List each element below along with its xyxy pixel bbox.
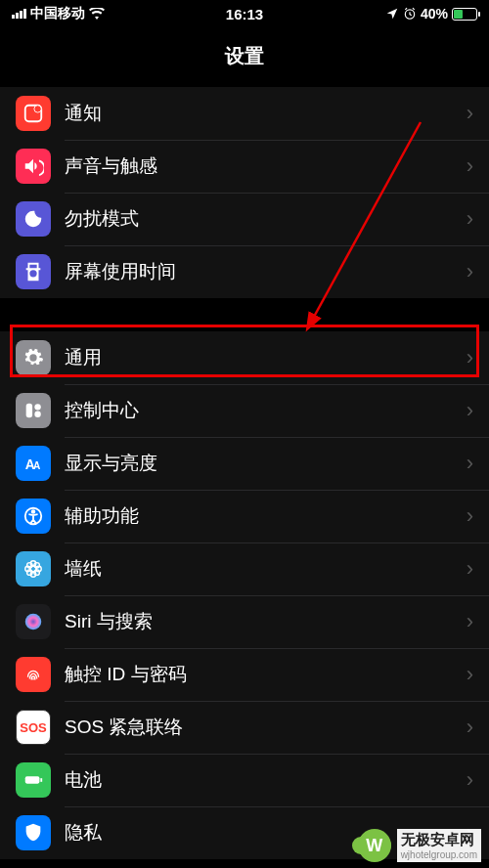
svg-text:A: A bbox=[33, 460, 41, 471]
row-label: 墙纸 bbox=[65, 556, 467, 582]
row-label: 通用 bbox=[65, 345, 467, 370]
sound-icon bbox=[16, 149, 51, 184]
watermark: W 无极安卓网 wjhotelgroup.com bbox=[358, 829, 481, 862]
row-label: SOS 紧急联络 bbox=[65, 715, 467, 740]
svg-rect-3 bbox=[26, 404, 32, 418]
row-label: 控制中心 bbox=[65, 398, 467, 423]
settings-section-2: 通用 › 控制中心 › AA 显示与亮度 › 辅助功能 › 墙纸 › Siri … bbox=[0, 331, 489, 859]
signal-icon bbox=[12, 9, 26, 19]
row-label: 通知 bbox=[65, 101, 467, 126]
battery-pct-label: 40% bbox=[421, 6, 448, 22]
carrier-label: 中国移动 bbox=[30, 5, 85, 22]
row-touchid[interactable]: 触控 ID 与密码 › bbox=[0, 648, 489, 701]
status-bar: 中国移动 16:13 40% bbox=[0, 0, 489, 27]
chevron-right-icon: › bbox=[467, 451, 473, 476]
row-siri[interactable]: Siri 与搜索 › bbox=[0, 595, 489, 648]
row-label: 电池 bbox=[65, 767, 467, 793]
notification-icon bbox=[16, 96, 51, 131]
screentime-icon bbox=[16, 254, 51, 289]
chevron-right-icon: › bbox=[467, 503, 473, 529]
page-title: 设置 bbox=[0, 27, 489, 87]
chevron-right-icon: › bbox=[467, 715, 473, 740]
svg-point-2 bbox=[34, 106, 41, 112]
row-accessibility[interactable]: 辅助功能 › bbox=[0, 490, 489, 542]
watermark-logo: W bbox=[358, 829, 391, 862]
status-right: 40% bbox=[385, 6, 477, 22]
row-label: 显示与亮度 bbox=[65, 451, 467, 476]
battery-icon bbox=[452, 8, 477, 21]
battery-icon bbox=[16, 762, 51, 798]
siri-icon bbox=[16, 604, 51, 639]
chevron-right-icon: › bbox=[467, 259, 473, 284]
settings-section-1: 通知 › 声音与触感 › 勿扰模式 › 屏幕使用时间 › bbox=[0, 87, 489, 298]
privacy-icon bbox=[16, 815, 51, 850]
svg-point-19 bbox=[25, 614, 42, 630]
status-time: 16:13 bbox=[226, 6, 263, 22]
svg-point-4 bbox=[34, 404, 40, 410]
row-display[interactable]: AA 显示与亮度 › bbox=[0, 437, 489, 490]
chevron-right-icon: › bbox=[467, 153, 473, 179]
wifi-icon bbox=[89, 8, 105, 20]
svg-point-9 bbox=[32, 510, 35, 513]
gps-icon bbox=[385, 7, 399, 21]
svg-point-5 bbox=[34, 411, 40, 416]
chevron-right-icon: › bbox=[467, 556, 473, 582]
row-screentime[interactable]: 屏幕使用时间 › bbox=[0, 245, 489, 298]
chevron-right-icon: › bbox=[467, 767, 473, 793]
svg-rect-21 bbox=[40, 778, 42, 782]
svg-rect-20 bbox=[25, 776, 40, 783]
alarm-icon bbox=[403, 7, 417, 21]
chevron-right-icon: › bbox=[467, 609, 473, 634]
sos-text: SOS bbox=[20, 720, 46, 735]
row-general[interactable]: 通用 › bbox=[0, 331, 489, 384]
row-dnd[interactable]: 勿扰模式 › bbox=[0, 193, 489, 245]
row-wallpaper[interactable]: 墙纸 › bbox=[0, 542, 489, 595]
chevron-right-icon: › bbox=[467, 206, 473, 232]
row-sos[interactable]: SOS SOS 紧急联络 › bbox=[0, 701, 489, 754]
chevron-right-icon: › bbox=[467, 662, 473, 687]
row-label: 声音与触感 bbox=[65, 153, 467, 179]
row-label: 屏幕使用时间 bbox=[65, 259, 467, 284]
row-label: 触控 ID 与密码 bbox=[65, 662, 467, 687]
row-label: Siri 与搜索 bbox=[65, 609, 467, 634]
watermark-text: 无极安卓网 wjhotelgroup.com bbox=[397, 829, 481, 862]
chevron-right-icon: › bbox=[467, 398, 473, 423]
sos-icon: SOS bbox=[16, 710, 51, 745]
accessibility-icon bbox=[16, 499, 51, 534]
controlcenter-icon bbox=[16, 393, 51, 428]
row-controlcenter[interactable]: 控制中心 › bbox=[0, 384, 489, 437]
row-label: 勿扰模式 bbox=[65, 206, 467, 232]
status-left: 中国移动 bbox=[12, 5, 105, 22]
row-sounds[interactable]: 声音与触感 › bbox=[0, 140, 489, 193]
general-icon bbox=[16, 340, 51, 375]
row-notifications[interactable]: 通知 › bbox=[0, 87, 489, 140]
chevron-right-icon: › bbox=[467, 101, 473, 126]
touchid-icon bbox=[16, 657, 51, 692]
chevron-right-icon: › bbox=[467, 345, 473, 370]
wallpaper-icon bbox=[16, 551, 51, 586]
dnd-icon bbox=[16, 201, 51, 237]
row-label: 辅助功能 bbox=[65, 503, 467, 529]
display-icon: AA bbox=[16, 446, 51, 481]
row-battery[interactable]: 电池 › bbox=[0, 754, 489, 806]
